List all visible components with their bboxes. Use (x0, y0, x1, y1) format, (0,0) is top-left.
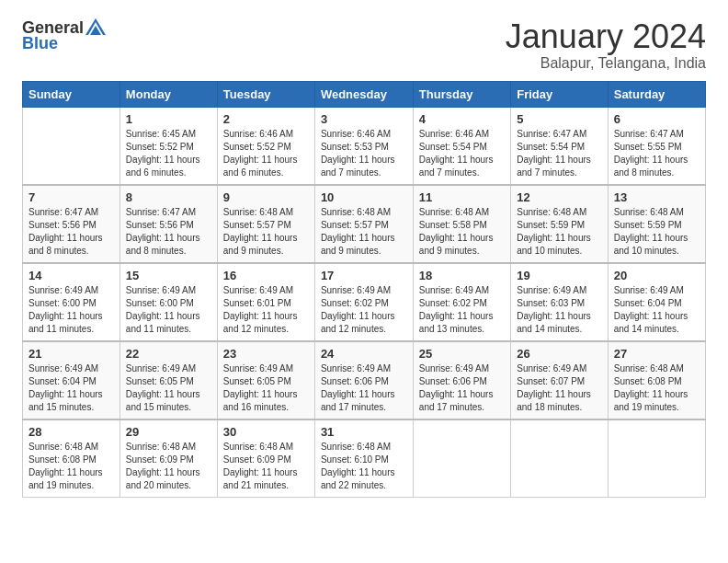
day-info: Sunrise: 6:49 AM Sunset: 6:04 PM Dayligh… (28, 362, 114, 414)
page-header: General Blue January 2024 Balapur, Telan… (22, 18, 706, 72)
calendar-cell: 17Sunrise: 6:49 AM Sunset: 6:02 PM Dayli… (314, 263, 413, 341)
calendar-cell: 18Sunrise: 6:49 AM Sunset: 6:02 PM Dayli… (413, 263, 510, 341)
calendar-cell: 7Sunrise: 6:47 AM Sunset: 5:56 PM Daylig… (23, 185, 120, 263)
day-info: Sunrise: 6:49 AM Sunset: 6:05 PM Dayligh… (223, 362, 309, 414)
col-header-wednesday: Wednesday (314, 81, 413, 107)
calendar-cell: 28Sunrise: 6:48 AM Sunset: 6:08 PM Dayli… (23, 419, 120, 498)
day-info: Sunrise: 6:49 AM Sunset: 6:02 PM Dayligh… (419, 284, 505, 336)
day-number: 11 (419, 190, 505, 204)
calendar-cell: 21Sunrise: 6:49 AM Sunset: 6:04 PM Dayli… (23, 341, 120, 419)
calendar-cell: 25Sunrise: 6:49 AM Sunset: 6:06 PM Dayli… (413, 341, 510, 419)
day-info: Sunrise: 6:48 AM Sunset: 5:59 PM Dayligh… (614, 206, 700, 258)
day-info: Sunrise: 6:49 AM Sunset: 6:04 PM Dayligh… (614, 284, 700, 336)
calendar-cell: 5Sunrise: 6:47 AM Sunset: 5:54 PM Daylig… (511, 107, 609, 185)
day-info: Sunrise: 6:48 AM Sunset: 6:08 PM Dayligh… (28, 441, 114, 492)
day-info: Sunrise: 6:49 AM Sunset: 6:07 PM Dayligh… (517, 362, 602, 414)
day-info: Sunrise: 6:48 AM Sunset: 6:08 PM Dayligh… (614, 362, 700, 414)
day-number: 16 (223, 269, 309, 282)
month-title: January 2024 (506, 18, 706, 55)
day-number: 25 (419, 347, 505, 361)
calendar-cell: 22Sunrise: 6:49 AM Sunset: 6:05 PM Dayli… (119, 341, 217, 419)
col-header-friday: Friday (511, 81, 609, 107)
day-number: 8 (126, 190, 211, 204)
day-info: Sunrise: 6:46 AM Sunset: 5:52 PM Dayligh… (223, 128, 309, 179)
day-number: 14 (28, 269, 114, 282)
day-number: 4 (419, 112, 505, 126)
calendar-cell: 31Sunrise: 6:48 AM Sunset: 6:10 PM Dayli… (314, 419, 413, 498)
week-row-1: 1Sunrise: 6:45 AM Sunset: 5:52 PM Daylig… (23, 107, 706, 185)
calendar-cell: 20Sunrise: 6:49 AM Sunset: 6:04 PM Dayli… (608, 263, 705, 341)
calendar-cell: 23Sunrise: 6:49 AM Sunset: 6:05 PM Dayli… (217, 341, 314, 419)
day-number: 26 (517, 347, 602, 361)
calendar-cell (608, 419, 705, 498)
calendar-cell: 12Sunrise: 6:48 AM Sunset: 5:59 PM Dayli… (511, 185, 609, 263)
day-info: Sunrise: 6:48 AM Sunset: 5:59 PM Dayligh… (517, 206, 602, 258)
day-info: Sunrise: 6:49 AM Sunset: 6:00 PM Dayligh… (28, 284, 114, 336)
calendar-cell (23, 107, 120, 185)
logo-blue-text: Blue (22, 34, 58, 53)
day-number: 9 (223, 190, 309, 204)
calendar-cell (511, 419, 609, 498)
week-row-5: 28Sunrise: 6:48 AM Sunset: 6:08 PM Dayli… (23, 419, 706, 498)
day-number: 10 (321, 190, 407, 204)
day-number: 29 (126, 425, 211, 439)
day-number: 21 (28, 347, 114, 361)
col-header-sunday: Sunday (23, 81, 120, 107)
day-info: Sunrise: 6:49 AM Sunset: 6:06 PM Dayligh… (419, 362, 505, 414)
day-info: Sunrise: 6:47 AM Sunset: 5:56 PM Dayligh… (126, 206, 211, 258)
calendar-cell: 24Sunrise: 6:49 AM Sunset: 6:06 PM Dayli… (314, 341, 413, 419)
day-number: 30 (223, 425, 309, 439)
calendar-cell: 3Sunrise: 6:46 AM Sunset: 5:53 PM Daylig… (314, 107, 413, 185)
day-info: Sunrise: 6:48 AM Sunset: 5:57 PM Dayligh… (321, 206, 407, 258)
day-number: 27 (614, 347, 700, 361)
day-info: Sunrise: 6:49 AM Sunset: 6:06 PM Dayligh… (321, 362, 407, 414)
day-info: Sunrise: 6:45 AM Sunset: 5:52 PM Dayligh… (126, 128, 211, 179)
calendar-cell: 11Sunrise: 6:48 AM Sunset: 5:58 PM Dayli… (413, 185, 510, 263)
day-info: Sunrise: 6:48 AM Sunset: 6:09 PM Dayligh… (126, 441, 211, 492)
calendar-cell: 8Sunrise: 6:47 AM Sunset: 5:56 PM Daylig… (119, 185, 217, 263)
logo: General Blue (22, 18, 106, 53)
calendar-cell: 30Sunrise: 6:48 AM Sunset: 6:09 PM Dayli… (217, 419, 314, 498)
day-info: Sunrise: 6:46 AM Sunset: 5:54 PM Dayligh… (419, 128, 505, 179)
day-info: Sunrise: 6:49 AM Sunset: 6:05 PM Dayligh… (126, 362, 211, 414)
calendar-header-row: SundayMondayTuesdayWednesdayThursdayFrid… (23, 81, 706, 107)
day-number: 7 (28, 190, 114, 204)
calendar-cell: 16Sunrise: 6:49 AM Sunset: 6:01 PM Dayli… (217, 263, 314, 341)
logo-icon (85, 18, 106, 37)
day-info: Sunrise: 6:49 AM Sunset: 6:02 PM Dayligh… (321, 284, 407, 336)
calendar-cell: 27Sunrise: 6:48 AM Sunset: 6:08 PM Dayli… (608, 341, 705, 419)
week-row-2: 7Sunrise: 6:47 AM Sunset: 5:56 PM Daylig… (23, 185, 706, 263)
day-number: 20 (614, 269, 700, 282)
day-number: 22 (126, 347, 211, 361)
day-number: 31 (321, 425, 407, 439)
calendar-cell: 2Sunrise: 6:46 AM Sunset: 5:52 PM Daylig… (217, 107, 314, 185)
location-title: Balapur, Telangana, India (506, 55, 706, 72)
calendar-cell: 19Sunrise: 6:49 AM Sunset: 6:03 PM Dayli… (511, 263, 609, 341)
day-number: 6 (614, 112, 700, 126)
day-info: Sunrise: 6:49 AM Sunset: 6:01 PM Dayligh… (223, 284, 309, 336)
week-row-3: 14Sunrise: 6:49 AM Sunset: 6:00 PM Dayli… (23, 263, 706, 341)
day-info: Sunrise: 6:47 AM Sunset: 5:54 PM Dayligh… (517, 128, 602, 179)
calendar-cell: 4Sunrise: 6:46 AM Sunset: 5:54 PM Daylig… (413, 107, 510, 185)
week-row-4: 21Sunrise: 6:49 AM Sunset: 6:04 PM Dayli… (23, 341, 706, 419)
day-number: 24 (321, 347, 407, 361)
day-info: Sunrise: 6:48 AM Sunset: 5:57 PM Dayligh… (223, 206, 309, 258)
calendar-cell: 10Sunrise: 6:48 AM Sunset: 5:57 PM Dayli… (314, 185, 413, 263)
day-number: 28 (28, 425, 114, 439)
calendar-cell: 13Sunrise: 6:48 AM Sunset: 5:59 PM Dayli… (608, 185, 705, 263)
calendar-cell: 26Sunrise: 6:49 AM Sunset: 6:07 PM Dayli… (511, 341, 609, 419)
day-number: 13 (614, 190, 700, 204)
day-number: 3 (321, 112, 407, 126)
day-info: Sunrise: 6:46 AM Sunset: 5:53 PM Dayligh… (321, 128, 407, 179)
day-info: Sunrise: 6:48 AM Sunset: 6:09 PM Dayligh… (223, 441, 309, 492)
day-info: Sunrise: 6:48 AM Sunset: 5:58 PM Dayligh… (419, 206, 505, 258)
day-number: 1 (126, 112, 211, 126)
calendar-cell (413, 419, 510, 498)
day-number: 19 (517, 269, 602, 282)
col-header-tuesday: Tuesday (217, 81, 314, 107)
day-info: Sunrise: 6:48 AM Sunset: 6:10 PM Dayligh… (321, 441, 407, 492)
day-info: Sunrise: 6:49 AM Sunset: 6:00 PM Dayligh… (126, 284, 211, 336)
col-header-saturday: Saturday (608, 81, 705, 107)
day-info: Sunrise: 6:49 AM Sunset: 6:03 PM Dayligh… (517, 284, 602, 336)
calendar-cell: 29Sunrise: 6:48 AM Sunset: 6:09 PM Dayli… (119, 419, 217, 498)
